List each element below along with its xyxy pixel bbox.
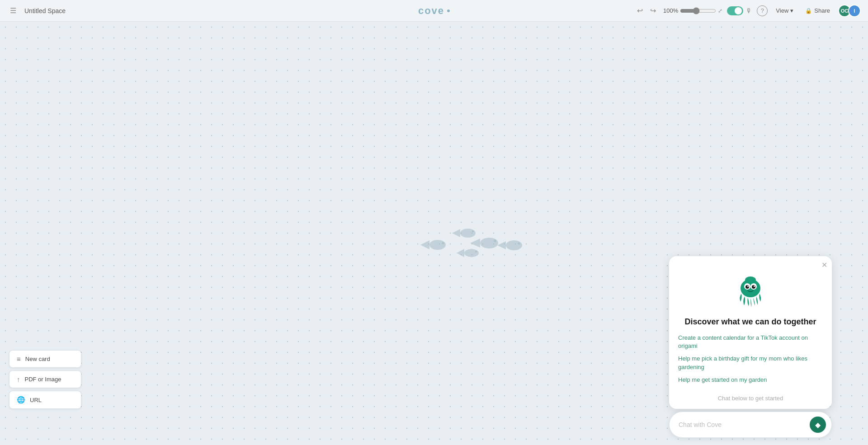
logo: cove: [418, 5, 444, 17]
chat-input[interactable]: [679, 421, 810, 428]
hamburger-menu-button[interactable]: ☰: [7, 5, 19, 17]
upload-icon: ↑: [17, 375, 20, 383]
svg-point-11: [475, 251, 477, 253]
chat-start-hint: Chat below to get started: [669, 391, 832, 409]
chat-suggestions: Create a content calendar for a TikTok a…: [669, 334, 832, 391]
svg-marker-3: [452, 229, 460, 237]
suggestion-2[interactable]: Help me pick a birthday gift for my mom …: [678, 355, 823, 371]
redo-button[interactable]: ↪: [647, 5, 659, 17]
suggestion-1[interactable]: Create a content calendar for a TikTok a…: [678, 334, 823, 350]
svg-point-5: [472, 230, 474, 232]
fish-4: [457, 247, 480, 259]
chat-panel: ✕ Discover what we can: [669, 256, 832, 409]
new-card-button[interactable]: ≡ New card: [9, 350, 81, 368]
chat-panel-title: Discover what we can do together: [669, 317, 832, 334]
octopus-mascot: [732, 274, 769, 310]
close-panel-button[interactable]: ✕: [821, 261, 827, 269]
lock-icon: 🔒: [805, 8, 812, 14]
svg-point-18: [745, 285, 749, 289]
zoom-level: 100%: [663, 7, 678, 14]
avatar-i: I: [848, 5, 861, 17]
chat-input-bar: ◆: [669, 412, 832, 438]
view-button[interactable]: View ▾: [772, 5, 797, 16]
undo-button[interactable]: ↩: [634, 5, 646, 17]
zoom-expand-icon: ⤢: [718, 8, 722, 14]
mic-icon: 🎙: [746, 7, 752, 14]
bottom-toolbar: ≡ New card ↑ PDF or Image 🌐 URL: [9, 350, 81, 409]
toggle-container: 🎙: [727, 6, 752, 15]
help-button[interactable]: ?: [757, 5, 768, 16]
svg-point-7: [480, 238, 498, 248]
svg-point-13: [506, 240, 522, 250]
url-button[interactable]: 🌐 URL: [9, 391, 81, 409]
svg-point-22: [745, 276, 756, 284]
header: ☰ Untitled Space cove ↩ ↪ 100% ⤢ 🎙 ?: [0, 0, 868, 22]
chat-mascot: [669, 269, 832, 317]
svg-marker-0: [420, 240, 429, 249]
svg-point-10: [464, 249, 479, 257]
svg-point-19: [752, 285, 755, 289]
new-card-icon: ≡: [17, 355, 21, 363]
globe-icon: 🌐: [17, 396, 25, 404]
svg-point-21: [754, 286, 755, 287]
view-toggle[interactable]: [727, 6, 743, 15]
svg-marker-9: [457, 249, 464, 257]
avatar-group: OC I: [838, 5, 861, 17]
undo-redo-group: ↩ ↪: [634, 5, 659, 17]
svg-marker-6: [470, 239, 480, 248]
svg-point-1: [429, 240, 446, 250]
svg-marker-12: [497, 241, 506, 249]
svg-point-14: [518, 242, 520, 244]
svg-point-8: [494, 239, 496, 242]
fish-1: [420, 238, 448, 252]
pdf-image-button[interactable]: ↑ PDF or Image: [9, 370, 81, 388]
chat-send-button[interactable]: ◆: [810, 417, 826, 433]
share-button[interactable]: 🔒 Share: [802, 5, 834, 16]
svg-point-20: [747, 286, 749, 287]
header-right: ↩ ↪ 100% ⤢ 🎙 ? View ▾ 🔒 Share OC: [634, 5, 861, 17]
logo-dot: [447, 9, 450, 12]
header-center: cove: [418, 5, 450, 17]
space-title: Untitled Space: [24, 7, 66, 14]
zoom-slider[interactable]: [680, 7, 716, 14]
chat-panel-header: ✕: [669, 256, 832, 269]
header-left: ☰ Untitled Space: [7, 5, 66, 17]
svg-point-2: [442, 242, 444, 244]
fish-5: [497, 239, 524, 252]
suggestion-3[interactable]: Help me get started on my garden: [678, 376, 823, 384]
zoom-control: 100% ⤢: [663, 7, 722, 14]
diamond-icon: ◆: [815, 421, 821, 429]
